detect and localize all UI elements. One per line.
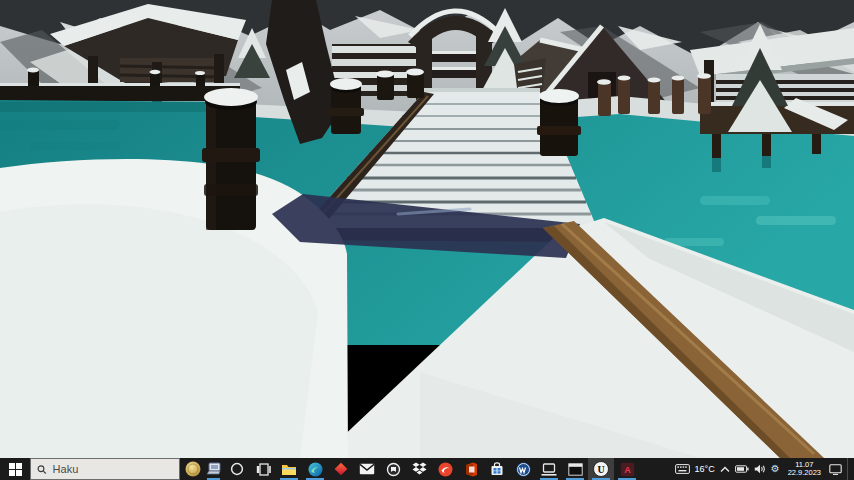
laptop-display-app-icon[interactable] xyxy=(536,458,562,480)
taskbar-search[interactable] xyxy=(30,458,180,480)
round-app-icon[interactable] xyxy=(380,458,406,480)
microsoft-store-icon[interactable] xyxy=(484,458,510,480)
gear-icon[interactable]: ⚙ xyxy=(771,464,780,474)
pier-bollard-right xyxy=(537,89,581,156)
a-app-icon[interactable]: A xyxy=(614,458,640,480)
tray-clock[interactable]: 11.07 22.9.2023 xyxy=(785,461,824,477)
start-button[interactable] xyxy=(0,458,30,480)
system-tray: 16°C ⚙ xyxy=(675,458,854,480)
touch-keyboard-icon[interactable] xyxy=(675,464,690,474)
battery-icon[interactable] xyxy=(735,465,749,473)
search-input[interactable] xyxy=(51,462,173,476)
mail-icon[interactable] xyxy=(354,458,380,480)
desktop-screen: U A 16°C xyxy=(0,0,854,480)
diamond-app-icon[interactable] xyxy=(328,458,354,480)
office-icon[interactable] xyxy=(458,458,484,480)
console-app-icon[interactable] xyxy=(562,458,588,480)
pier-bollard-mid xyxy=(328,78,364,134)
red-circle-app-icon[interactable] xyxy=(432,458,458,480)
game-viewport[interactable] xyxy=(0,0,854,458)
laptop-app-icon[interactable] xyxy=(203,458,224,480)
a-app-glyph: A xyxy=(624,465,631,475)
show-desktop-button[interactable] xyxy=(847,458,852,480)
unreal-engine-icon[interactable]: U xyxy=(588,458,614,480)
file-explorer-icon[interactable] xyxy=(276,458,302,480)
cortana-icon[interactable] xyxy=(224,458,250,480)
search-icon xyxy=(37,464,47,475)
coin-app-icon[interactable] xyxy=(182,458,203,480)
edge-browser-icon[interactable] xyxy=(302,458,328,480)
tray-chevron-up-icon[interactable] xyxy=(720,466,730,473)
taskbar-apps: U A xyxy=(182,458,640,480)
taskbar: U A 16°C xyxy=(0,458,854,480)
dropbox-icon[interactable] xyxy=(406,458,432,480)
pier-bollard-front xyxy=(202,88,260,230)
windows-logo-icon xyxy=(9,463,22,476)
unreal-glyph: U xyxy=(597,464,604,475)
weather-temperature[interactable]: 16°C xyxy=(695,464,715,474)
blue-circle-app-icon[interactable] xyxy=(510,458,536,480)
action-center-icon[interactable] xyxy=(829,464,842,475)
task-view-icon[interactable] xyxy=(250,458,276,480)
clock-date: 22.9.2023 xyxy=(788,469,821,477)
volume-icon[interactable] xyxy=(754,464,766,474)
